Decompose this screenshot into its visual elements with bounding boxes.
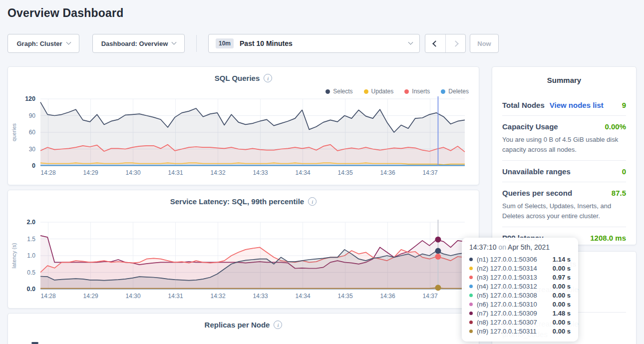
- tooltip-row: (n8) 127.0.0.1:503070.00 s: [469, 318, 571, 327]
- legend-dot-icon: [441, 89, 445, 94]
- node-color-dot-icon: [469, 258, 473, 261]
- next-time-button[interactable]: [445, 34, 465, 52]
- tooltip-row: (n2) 127.0.0.1:503140.00 s: [469, 264, 571, 273]
- tooltip-rows: (n1) 127.0.0.1:503061.14 s(n2) 127.0.0.1…: [469, 255, 571, 336]
- svg-text:14:32: 14:32: [211, 169, 226, 176]
- tooltip-row: (n4) 127.0.0.1:503120.00 s: [469, 282, 571, 291]
- tooltip-node-label: (n9) 127.0.0.1:50311: [477, 328, 549, 335]
- service-latency-chart-card: Service Latency: SQL, 99th percentile i …: [7, 190, 479, 309]
- time-range-badge: 10m: [216, 38, 234, 48]
- legend-item-selects: Selects: [325, 88, 352, 95]
- tooltip-node-label: (n6) 127.0.0.1:50310: [477, 301, 549, 308]
- legend-item-updates: Updates: [364, 88, 394, 95]
- svg-text:14:29: 14:29: [83, 293, 98, 300]
- info-icon[interactable]: i: [274, 321, 282, 329]
- chart-title-replicas-per-node: Replicas per Node: [205, 321, 270, 329]
- service-latency-chart[interactable]: 14:2814:2914:3014:3114:3214:3314:3414:35…: [8, 218, 480, 307]
- time-range-label: Past 10 Minutes: [240, 39, 403, 47]
- capacity-usage-description: You are using 0 B of 4.5 GiB usable disk…: [502, 135, 626, 160]
- tooltip-node-value: 0.00 s: [553, 283, 571, 290]
- total-nodes-value: 9: [622, 101, 626, 109]
- tooltip-node-label: (n2) 127.0.0.1:50314: [477, 265, 549, 272]
- now-button[interactable]: Now: [470, 34, 499, 53]
- tooltip-row: (n5) 127.0.0.1:503080.00 s: [469, 291, 571, 300]
- sql-queries-chart[interactable]: 14:2814:2914:3014:3114:3214:3314:3414:35…: [8, 95, 480, 184]
- dashboard-dropdown-label: Dashboard: Overview: [101, 40, 168, 47]
- chart-hover-tooltip: 14:37:10 on Apr 5th, 2021 (n1) 127.0.0.1…: [462, 238, 578, 342]
- unavailable-ranges-label: Unavailable ranges: [502, 167, 571, 176]
- svg-text:60: 60: [29, 129, 36, 136]
- tooltip-node-value: 1.14 s: [553, 256, 571, 263]
- tooltip-on-word: on: [498, 243, 506, 251]
- tooltip-node-label: (n3) 127.0.0.1:50313: [477, 274, 549, 281]
- summary-panel: Summary Total Nodes View nodes list 9 Ca…: [492, 66, 637, 245]
- node-color-dot-icon: [469, 276, 473, 279]
- svg-text:30: 30: [29, 146, 36, 153]
- info-icon[interactable]: i: [264, 74, 272, 82]
- tooltip-row: (n3) 127.0.0.1:503130.97 s: [469, 273, 571, 282]
- summary-row-queries-per-second: Queries per second 87.5: [502, 182, 626, 203]
- svg-text:14:28: 14:28: [41, 169, 56, 176]
- capacity-usage-value: 0.00%: [605, 122, 626, 131]
- svg-text:14:34: 14:34: [296, 169, 311, 176]
- queries-per-second-description: Sum of Selects, Updates, Inserts, and De…: [502, 201, 626, 227]
- tooltip-node-label: (n4) 127.0.0.1:50312: [477, 283, 549, 290]
- svg-text:14:30: 14:30: [126, 169, 141, 176]
- chart-title-service-latency: Service Latency: SQL, 99th percentile: [170, 197, 304, 206]
- view-nodes-list-link[interactable]: View nodes list: [550, 101, 604, 109]
- svg-text:0.0: 0.0: [27, 286, 35, 293]
- tooltip-node-value: 0.00 s: [553, 328, 571, 335]
- svg-text:14:28: 14:28: [41, 293, 56, 300]
- tooltip-node-value: 0.97 s: [553, 274, 571, 281]
- tooltip-timestamp: 14:37:10 on Apr 5th, 2021: [469, 243, 571, 251]
- p99-latency-value: 1208.0 ms: [590, 234, 626, 242]
- node-color-dot-icon: [469, 303, 473, 306]
- tooltip-row: (n7) 127.0.0.1:503091.48 s: [469, 309, 571, 318]
- node-color-dot-icon: [469, 330, 473, 333]
- svg-text:latency (s): latency (s): [11, 243, 17, 269]
- node-color-dot-icon: [469, 294, 473, 297]
- legend-label: Selects: [333, 88, 352, 95]
- tooltip-node-label: (n7) 127.0.0.1:50309: [477, 310, 549, 317]
- legend-label: Inserts: [412, 88, 430, 95]
- capacity-usage-label: Capacity Usage: [502, 122, 558, 131]
- node-color-dot-icon: [469, 285, 473, 288]
- graph-dropdown-label: Graph: Cluster: [16, 40, 62, 47]
- tooltip-node-value: 1.48 s: [553, 310, 571, 317]
- total-nodes-label: Total Nodes: [502, 101, 545, 109]
- time-range-picker[interactable]: 10m Past 10 Minutes: [208, 34, 420, 53]
- tooltip-row: (n6) 127.0.0.1:503100.00 s: [469, 300, 571, 309]
- sql-legend: SelectsUpdatesInsertsDeletes: [325, 88, 469, 95]
- tooltip-row: (n1) 127.0.0.1:503061.14 s: [469, 255, 571, 264]
- summary-row-total-nodes: Total Nodes View nodes list 9: [502, 94, 626, 115]
- svg-text:queries: queries: [11, 123, 17, 141]
- replicas-per-node-chart-card: Replicas per Node i: [7, 313, 479, 344]
- tooltip-time: 14:37:10: [469, 243, 497, 251]
- tooltip-node-value: 0.00 s: [553, 292, 571, 299]
- dashboard-dropdown[interactable]: Dashboard: Overview: [92, 34, 185, 53]
- chevron-left-icon: [432, 40, 439, 47]
- legend-dot-icon: [325, 89, 330, 94]
- node-color-dot-icon: [469, 267, 473, 270]
- toolbar-divider: [196, 35, 197, 52]
- summary-row-unavailable-ranges: Unavailable ranges 0: [502, 160, 626, 182]
- svg-text:14:37: 14:37: [423, 293, 438, 300]
- svg-text:14:32: 14:32: [211, 293, 226, 300]
- tooltip-node-value: 0.00 s: [553, 319, 571, 326]
- svg-text:14:33: 14:33: [253, 293, 268, 300]
- node-color-dot-icon: [469, 312, 473, 315]
- svg-text:120: 120: [25, 95, 35, 102]
- tooltip-node-label: (n8) 127.0.0.1:50307: [477, 319, 549, 326]
- tooltip-node-value: 0.00 s: [553, 301, 571, 308]
- info-icon[interactable]: i: [308, 197, 317, 206]
- graph-dropdown[interactable]: Graph: Cluster: [7, 34, 79, 53]
- svg-text:2.0: 2.0: [27, 219, 35, 226]
- svg-text:14:31: 14:31: [168, 169, 183, 176]
- legend-label: Deletes: [448, 88, 469, 95]
- svg-text:1.0: 1.0: [27, 252, 35, 259]
- chart-title-sql-queries: SQL Queries: [215, 74, 260, 82]
- prev-time-button[interactable]: [425, 34, 445, 52]
- chevron-down-icon: [172, 39, 177, 44]
- tooltip-node-label: (n1) 127.0.0.1:50306: [477, 256, 549, 263]
- svg-text:14:30: 14:30: [126, 293, 141, 300]
